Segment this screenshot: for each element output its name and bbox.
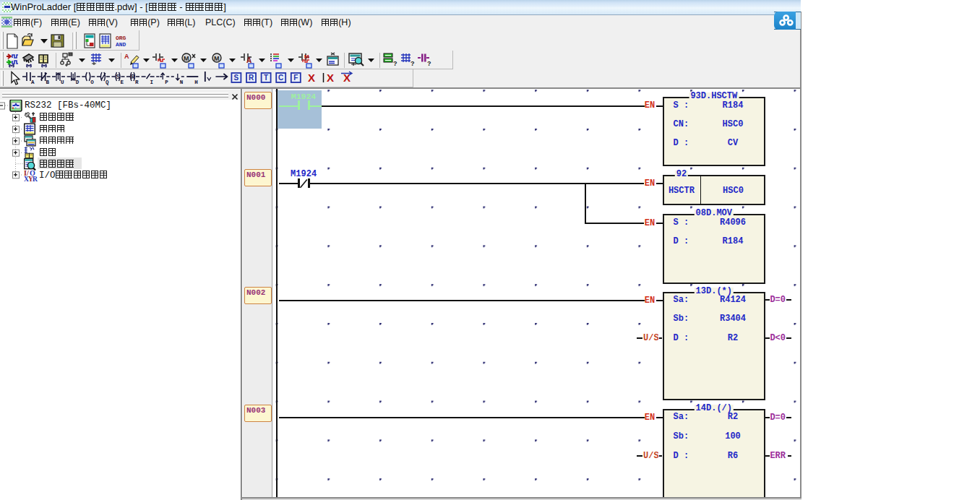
svg-text:N: N [180, 79, 184, 85]
svg-text:ORG: ORG [116, 35, 126, 41]
svg-text:B: B [46, 79, 50, 85]
svg-text:C: C [278, 74, 283, 82]
svg-text:M: M [304, 53, 309, 60]
svg-text:U: U [61, 79, 64, 85]
svg-text:S: S [234, 74, 239, 82]
svg-text:P: P [165, 79, 168, 85]
svg-text:M: M [184, 55, 189, 62]
svg-text:I: I [150, 79, 154, 85]
svg-text:R: R [33, 176, 38, 183]
svg-text:M: M [214, 55, 220, 62]
svg-text:AND: AND [116, 41, 126, 48]
svg-text:T: T [264, 74, 268, 82]
svg-text:A: A [246, 56, 252, 64]
svg-text:A: A [124, 53, 129, 60]
svg-text:Q: Q [106, 79, 109, 85]
svg-text:?: ? [411, 60, 415, 67]
svg-text:H: H [194, 79, 198, 85]
svg-text:F: F [293, 74, 298, 82]
svg-text:X: X [327, 72, 334, 84]
svg-text:?: ? [427, 60, 431, 67]
svg-text:?: ? [393, 60, 397, 67]
svg-text:D: D [76, 79, 79, 85]
svg-text:E: E [121, 79, 124, 85]
svg-text:R: R [249, 74, 254, 82]
svg-text:X: X [308, 72, 315, 84]
svg-text:O: O [90, 79, 94, 85]
svg-text:A: A [31, 79, 35, 85]
svg-text:R: R [135, 79, 139, 85]
